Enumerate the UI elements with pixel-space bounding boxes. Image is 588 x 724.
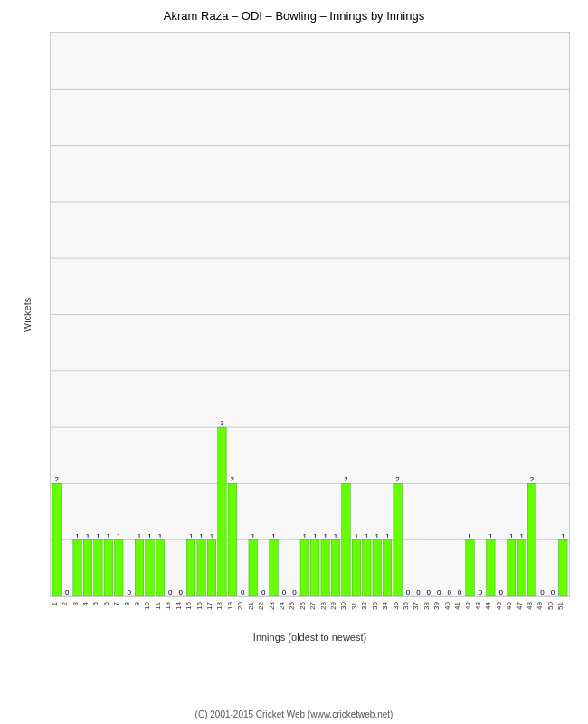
svg-text:37: 37 [412, 601, 420, 609]
svg-rect-33 [115, 540, 123, 596]
svg-text:45: 45 [495, 601, 503, 609]
svg-text:49: 49 [536, 601, 544, 609]
svg-text:1: 1 [158, 532, 163, 540]
svg-text:1: 1 [51, 601, 59, 605]
footer-text: (C) 2001-2015 Cricket Web (www.cricketwe… [0, 710, 588, 719]
svg-text:1: 1 [468, 532, 472, 540]
svg-rect-36 [135, 540, 143, 596]
svg-rect-27 [83, 540, 91, 596]
svg-text:3: 3 [220, 419, 224, 427]
svg-text:0: 0 [282, 588, 287, 596]
svg-text:1: 1 [86, 532, 90, 540]
svg-text:0: 0 [499, 588, 504, 596]
svg-text:38: 38 [422, 601, 431, 609]
svg-text:19: 19 [226, 601, 234, 609]
svg-text:1: 1 [313, 532, 318, 540]
svg-rect-62 [300, 540, 308, 596]
x-axis-area: 1234567891011131415161718192021222324252… [50, 597, 570, 647]
svg-rect-88 [466, 540, 474, 596]
svg-text:1: 1 [199, 532, 204, 540]
x-axis-label: Innings (oldest to newest) [253, 632, 366, 643]
svg-rect-72 [352, 540, 360, 596]
svg-text:1: 1 [323, 532, 327, 540]
svg-text:9: 9 [133, 601, 141, 605]
svg-rect-68 [331, 540, 339, 596]
svg-text:23: 23 [268, 601, 276, 609]
svg-text:3: 3 [71, 601, 80, 605]
svg-text:0: 0 [540, 588, 545, 596]
svg-text:1: 1 [189, 532, 194, 540]
svg-rect-25 [73, 540, 81, 596]
svg-text:0: 0 [292, 588, 297, 596]
svg-text:48: 48 [526, 601, 534, 609]
svg-text:47: 47 [516, 601, 524, 609]
svg-text:24: 24 [278, 601, 286, 609]
svg-text:0: 0 [551, 588, 555, 596]
svg-text:44: 44 [484, 601, 492, 609]
svg-text:0: 0 [65, 588, 70, 596]
svg-text:1: 1 [303, 532, 308, 540]
svg-text:8: 8 [123, 601, 131, 605]
svg-text:50: 50 [546, 601, 555, 609]
svg-text:1: 1 [138, 532, 142, 540]
svg-rect-74 [363, 540, 371, 596]
svg-rect-96 [517, 540, 526, 596]
svg-text:1: 1 [210, 532, 214, 540]
svg-text:0: 0 [241, 588, 245, 596]
svg-text:2: 2 [231, 475, 235, 483]
svg-rect-94 [507, 540, 515, 596]
svg-rect-98 [527, 483, 536, 596]
svg-text:0: 0 [437, 588, 441, 596]
svg-text:30: 30 [339, 601, 347, 609]
svg-text:11: 11 [154, 601, 162, 609]
svg-rect-31 [104, 540, 112, 596]
svg-rect-76 [373, 540, 381, 596]
svg-text:0: 0 [416, 588, 421, 596]
svg-rect-22 [52, 483, 61, 596]
svg-text:41: 41 [453, 601, 461, 609]
svg-text:6: 6 [102, 601, 110, 605]
svg-rect-55 [249, 540, 257, 596]
svg-text:14: 14 [175, 601, 183, 609]
svg-text:2: 2 [61, 601, 69, 605]
chart-area: Wickets 01234567891020111110111001113201… [50, 32, 570, 647]
svg-rect-40 [156, 540, 164, 596]
svg-text:1: 1 [271, 532, 276, 540]
svg-text:2: 2 [344, 475, 348, 483]
svg-text:1: 1 [561, 532, 565, 540]
svg-text:18: 18 [215, 601, 223, 609]
svg-text:17: 17 [205, 601, 213, 609]
svg-rect-52 [228, 483, 236, 596]
svg-text:1: 1 [488, 532, 493, 540]
svg-text:29: 29 [329, 601, 337, 609]
svg-text:2: 2 [530, 475, 535, 483]
svg-text:1: 1 [355, 532, 359, 540]
svg-rect-78 [383, 540, 391, 596]
svg-rect-46 [197, 540, 205, 596]
bars-svg: 0123456789102011111011100111320101001111… [51, 33, 569, 596]
svg-rect-70 [342, 483, 350, 596]
svg-rect-80 [394, 483, 402, 596]
svg-rect-48 [207, 540, 215, 596]
svg-text:1: 1 [75, 532, 80, 540]
svg-text:0: 0 [458, 588, 462, 596]
svg-rect-50 [218, 427, 226, 596]
svg-text:1: 1 [509, 532, 514, 540]
svg-text:0: 0 [479, 588, 483, 596]
svg-text:1: 1 [251, 532, 255, 540]
svg-text:1: 1 [107, 532, 111, 540]
chart-container: Akram Raza – ODI – Bowling – Innings by … [0, 0, 588, 724]
svg-text:26: 26 [299, 601, 307, 609]
svg-rect-66 [321, 540, 329, 596]
svg-text:36: 36 [402, 601, 410, 609]
svg-text:43: 43 [474, 601, 482, 609]
svg-text:32: 32 [360, 601, 368, 609]
chart-title: Akram Raza – ODI – Bowling – Innings by … [0, 0, 588, 27]
svg-rect-64 [311, 540, 319, 596]
svg-text:46: 46 [505, 601, 513, 609]
plot-area: Wickets 01234567891020111110111001113201… [50, 32, 570, 597]
svg-rect-102 [559, 540, 567, 596]
svg-text:10: 10 [143, 601, 151, 609]
svg-text:16: 16 [195, 601, 204, 609]
svg-text:4: 4 [81, 601, 90, 605]
